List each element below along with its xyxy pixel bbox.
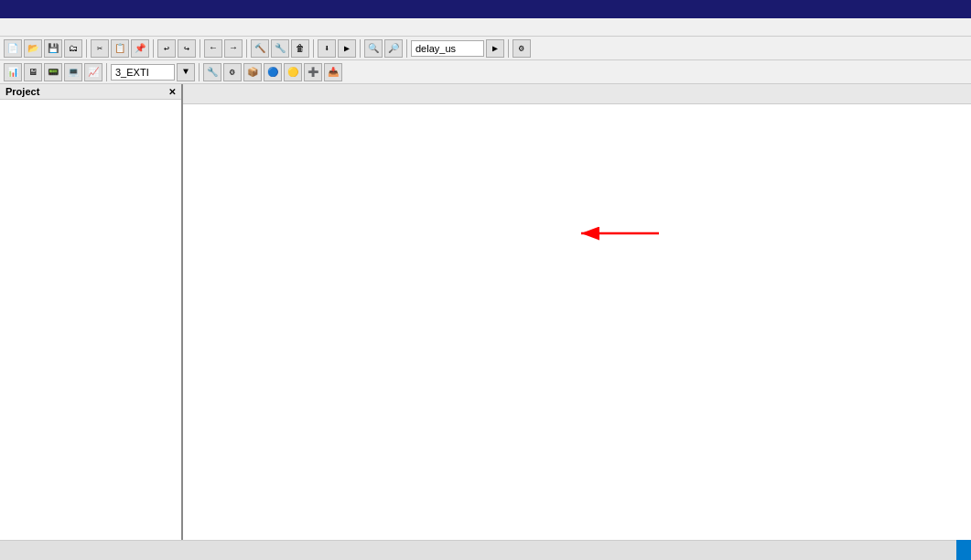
statusbar — [956, 540, 971, 560]
go-btn[interactable]: ▶ — [486, 39, 504, 58]
cut-btn[interactable]: ✂ — [91, 39, 109, 58]
t2-btn2[interactable]: 🖥 — [24, 63, 42, 81]
sep7 — [406, 39, 407, 58]
code-editor[interactable] — [183, 104, 971, 540]
save-btn[interactable]: 💾 — [44, 39, 62, 58]
project-panel: Project ✕ ‹ — [0, 84, 183, 540]
project-header: Project ✕ — [0, 84, 181, 100]
t2-btn3[interactable]: 📟 — [44, 63, 62, 81]
project-title: Project — [5, 86, 39, 97]
new-file-btn[interactable]: 📄 — [4, 39, 22, 58]
clean-btn[interactable]: 🗑 — [291, 39, 309, 58]
tabs-bar — [183, 84, 971, 104]
build-btn[interactable]: 🔨 — [251, 39, 269, 58]
t2-btn9[interactable]: 🔵 — [264, 63, 282, 81]
undo-btn[interactable]: ↩ — [157, 39, 176, 58]
sep1 — [86, 39, 87, 58]
sep2 — [153, 39, 154, 58]
t2-btn6[interactable]: 🔧 — [203, 63, 221, 81]
project-close-btn[interactable]: ✕ — [168, 87, 176, 97]
titlebar — [0, 0, 971, 18]
t2-btn10[interactable]: 🟡 — [284, 63, 302, 81]
debug-btn[interactable]: ▶ — [338, 39, 356, 58]
search-input[interactable] — [411, 40, 484, 57]
save-all-btn[interactable]: 🗂 — [64, 39, 82, 58]
download-btn[interactable]: ⬇ — [318, 39, 336, 58]
sep5 — [313, 39, 314, 58]
main-layout: Project ✕ ‹ — [0, 84, 971, 540]
t2-btn12[interactable]: 📥 — [324, 63, 342, 81]
toolbar2: 📊 🖥 📟 💻 📈 ▼ 🔧 ⚙ 📦 🔵 🟡 ➕ 📥 — [0, 60, 971, 84]
open-btn[interactable]: 📂 — [24, 39, 42, 58]
bottom-tabs — [0, 540, 956, 560]
t2-btn1[interactable]: 📊 — [4, 63, 22, 81]
editor-area — [183, 84, 971, 540]
arrow-overlay — [183, 104, 971, 540]
sep4 — [246, 39, 247, 58]
bottom-bar — [0, 540, 971, 560]
t2-btn4[interactable]: 💻 — [64, 63, 82, 81]
paste-btn[interactable]: 📌 — [131, 39, 149, 58]
toolbar1: 📄 📂 💾 🗂 ✂ 📋 📌 ↩ ↪ ← → 🔨 🔧 🗑 ⬇ ▶ 🔍 🔎 ▶ ⚙ — [0, 37, 971, 60]
menubar — [0, 18, 971, 37]
nav-fwd-btn[interactable]: → — [224, 39, 243, 58]
redo-btn[interactable]: ↪ — [178, 39, 196, 58]
rebuild-btn[interactable]: 🔧 — [271, 39, 289, 58]
sep8 — [508, 39, 509, 58]
sep3 — [200, 39, 200, 58]
t2-btn5[interactable]: 📈 — [84, 63, 102, 81]
project-tree — [0, 100, 181, 540]
t2-btn8[interactable]: 📦 — [243, 63, 262, 81]
t2-sep1 — [106, 63, 107, 81]
sep6 — [360, 39, 361, 58]
nav-back-btn[interactable]: ← — [204, 39, 222, 58]
t2-sep2 — [199, 63, 200, 81]
copy-btn[interactable]: 📋 — [111, 39, 129, 58]
find-btn[interactable]: 🔎 — [384, 39, 403, 58]
t2-btn11[interactable]: ➕ — [304, 63, 322, 81]
target-dropdown[interactable]: ▼ — [177, 63, 195, 81]
search-btn[interactable]: 🔍 — [364, 39, 383, 58]
target-input[interactable] — [111, 64, 175, 81]
t2-btn7[interactable]: ⚙ — [223, 63, 242, 81]
settings-btn[interactable]: ⚙ — [512, 39, 531, 58]
